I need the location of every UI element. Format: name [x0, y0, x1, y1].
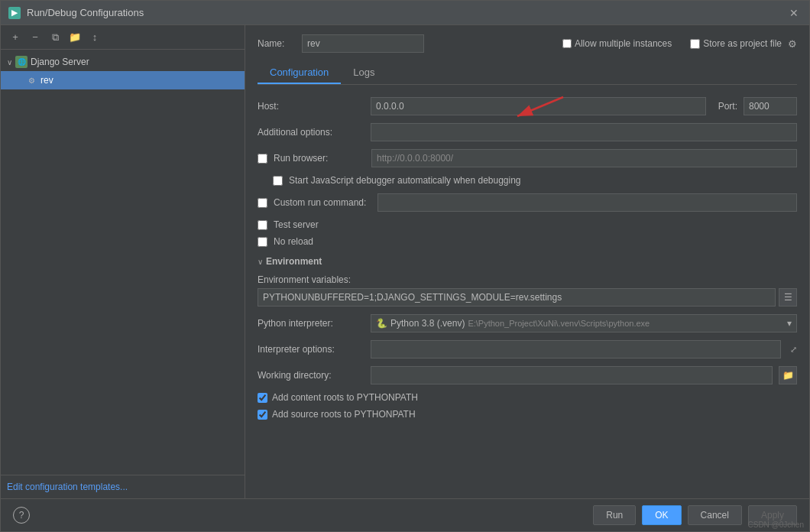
name-row: Name: Allow multiple instances Store as … — [258, 34, 797, 53]
env-vars-input[interactable] — [258, 288, 776, 307]
run-browser-label: Run browser: — [274, 153, 365, 164]
dialog-footer: ? Run OK Cancel Apply — [1, 498, 809, 531]
tree-group-header[interactable]: ∨ 🌐 Django Server — [1, 53, 245, 71]
gear-icon[interactable]: ⚙ — [788, 38, 797, 50]
expand-icon[interactable]: ⤢ — [790, 345, 797, 355]
run-browser-row: Run browser: — [258, 149, 797, 167]
close-button[interactable]: ✕ — [786, 5, 802, 21]
python-interpreter-label: Python interpreter: — [258, 318, 364, 329]
tree-item-label: rev — [40, 75, 53, 86]
host-row: Host: Port: — [258, 97, 797, 115]
no-reload-row: No reload — [258, 236, 797, 247]
additional-options-input[interactable] — [371, 123, 797, 141]
interpreter-path: E:\Python_Project\XuNi\.venv\Scripts\pyt… — [468, 319, 784, 328]
tree-item-rev[interactable]: ⚙ rev — [1, 71, 245, 89]
no-reload-checkbox[interactable] — [258, 237, 267, 247]
env-vars-label: Environment variables: — [258, 274, 797, 285]
folder-config-button[interactable]: 📁 — [66, 29, 83, 46]
name-input[interactable] — [302, 34, 424, 53]
test-server-label: Test server — [274, 219, 319, 230]
custom-run-checkbox[interactable] — [258, 198, 267, 208]
help-button[interactable]: ? — [13, 507, 30, 524]
add-config-button[interactable]: + — [7, 29, 24, 46]
additional-options-row: Additional options: — [258, 123, 797, 141]
remove-config-button[interactable]: − — [27, 29, 44, 46]
add-source-roots-row: Add source roots to PYTHONPATH — [258, 409, 797, 420]
custom-run-input[interactable] — [377, 193, 797, 212]
working-directory-row: Working directory: 📁 — [258, 366, 797, 384]
move-config-button[interactable]: ↕ — [86, 29, 103, 46]
working-directory-browse-button[interactable]: 📁 — [779, 366, 797, 384]
copy-config-button[interactable]: ⧉ — [47, 29, 63, 46]
env-vars-button[interactable]: ☰ — [779, 288, 797, 307]
port-input[interactable] — [744, 97, 797, 115]
watermark: CSDN @0Jchen — [747, 521, 804, 529]
host-input[interactable] — [371, 97, 706, 115]
run-button[interactable]: Run — [593, 505, 636, 525]
run-debug-dialog: ▶ Run/Debug Configurations ✕ + − ⧉ 📁 ↕ ∨… — [0, 0, 810, 532]
dialog-title: Run/Debug Configurations — [27, 7, 144, 18]
environment-section-header: ∨ Environment — [258, 256, 797, 267]
allow-multiple-checkbox[interactable] — [562, 39, 572, 48]
additional-options-label: Additional options: — [258, 127, 364, 138]
tab-logs[interactable]: Logs — [341, 62, 387, 84]
edit-templates-link[interactable]: Edit configuration templates... — [7, 482, 128, 492]
js-debugger-label: Start JavaScript debugger automatically … — [289, 175, 521, 186]
python-interpreter-select[interactable]: 🐍 Python 3.8 (.venv) E:\Python_Project\X… — [371, 314, 797, 332]
add-content-roots-label: Add content roots to PYTHONPATH — [272, 392, 418, 403]
tree-chevron-icon: ∨ — [7, 58, 12, 66]
ok-button[interactable]: OK — [642, 505, 681, 525]
right-panel: Name: Allow multiple instances Store as … — [245, 25, 809, 435]
host-label: Host: — [258, 101, 364, 112]
store-as-project-label: Store as project file — [690, 38, 782, 49]
title-bar-left: ▶ Run/Debug Configurations — [8, 7, 144, 19]
test-server-row: Test server — [258, 219, 797, 230]
interpreter-dropdown-icon: ▾ — [787, 318, 792, 329]
python-interpreter-icon: 🐍 — [376, 318, 387, 329]
port-label: Port: — [718, 101, 737, 112]
app-icon: ▶ — [8, 7, 21, 19]
main-content: + − ⧉ 📁 ↕ ∨ 🌐 Django Server ⚙ rev — [1, 25, 809, 498]
add-source-roots-checkbox[interactable] — [258, 410, 267, 420]
interpreter-options-row: Interpreter options: ⤢ — [258, 340, 797, 358]
env-vars-row: Environment variables: ☰ — [258, 274, 797, 307]
store-as-project-checkbox[interactable] — [690, 39, 700, 49]
allow-multiple-label: Allow multiple instances — [562, 38, 672, 49]
interpreter-options-label: Interpreter options: — [258, 344, 364, 355]
run-browser-checkbox[interactable] — [258, 154, 267, 164]
tree-item-icon: ⚙ — [25, 74, 37, 86]
tree-group-label: Django Server — [31, 57, 89, 67]
js-debugger-checkbox[interactable] — [273, 176, 283, 186]
sidebar-toolbar: + − ⧉ 📁 ↕ — [1, 25, 245, 50]
environment-section-title: Environment — [266, 256, 322, 267]
env-vars-field: ☰ — [258, 288, 797, 307]
django-server-icon: 🌐 — [15, 56, 28, 68]
js-debugger-row: Start JavaScript debugger automatically … — [258, 175, 797, 186]
add-source-roots-label: Add source roots to PYTHONPATH — [272, 409, 416, 420]
tabs: Configuration Logs — [258, 62, 797, 85]
tab-configuration[interactable]: Configuration — [258, 62, 341, 84]
environment-chevron-icon: ∨ — [258, 258, 263, 266]
sidebar-footer: Edit configuration templates... — [1, 475, 245, 498]
interpreter-name: Python 3.8 (.venv) — [390, 318, 465, 329]
right-panel-scroll: Name: Allow multiple instances Store as … — [245, 25, 809, 498]
tree-group-django: ∨ 🌐 Django Server ⚙ rev — [1, 53, 245, 89]
sidebar-tree: ∨ 🌐 Django Server ⚙ rev — [1, 50, 245, 475]
add-content-roots-row: Add content roots to PYTHONPATH — [258, 392, 797, 403]
host-section: Host: Port: — [258, 97, 797, 123]
name-label: Name: — [258, 38, 296, 49]
cancel-button[interactable]: Cancel — [688, 505, 742, 525]
sidebar: + − ⧉ 📁 ↕ ∨ 🌐 Django Server ⚙ rev — [1, 25, 245, 498]
add-content-roots-checkbox[interactable] — [258, 393, 267, 403]
test-server-checkbox[interactable] — [258, 220, 267, 230]
working-directory-input[interactable] — [371, 366, 773, 384]
no-reload-label: No reload — [274, 236, 313, 247]
working-directory-label: Working directory: — [258, 370, 364, 381]
interpreter-options-input[interactable] — [371, 340, 781, 358]
python-interpreter-row: Python interpreter: 🐍 Python 3.8 (.venv)… — [258, 314, 797, 332]
browser-url-input[interactable] — [371, 149, 797, 167]
custom-run-label: Custom run command: — [274, 197, 371, 208]
title-bar: ▶ Run/Debug Configurations ✕ — [1, 1, 809, 25]
custom-run-row: Custom run command: — [258, 193, 797, 212]
